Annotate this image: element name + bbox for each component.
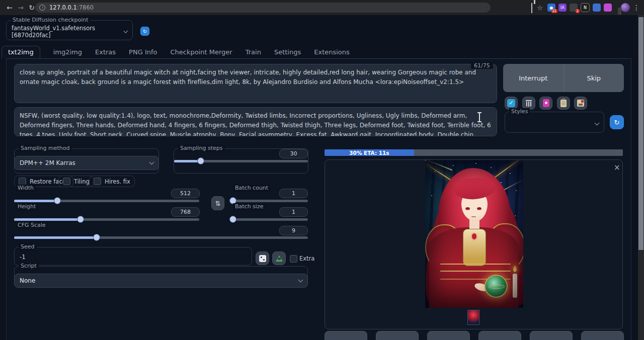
generated-image[interactable] [425, 160, 523, 308]
hires-fix-checkbox[interactable]: Hires. fix [89, 176, 135, 187]
styles-dropdown[interactable] [505, 115, 604, 132]
extension-ia-icon[interactable]: IA [558, 4, 567, 12]
clipboard-icon [560, 100, 567, 107]
height-input[interactable]: 768 [171, 207, 200, 217]
tab-txt2img[interactable]: txt2img [2, 46, 40, 58]
recycle-icon [276, 256, 283, 262]
gallery-action-button-4[interactable] [478, 331, 521, 340]
gallery-thumbnail[interactable] [467, 310, 479, 325]
extension-pin-icon[interactable]: ●21 [547, 4, 555, 12]
address-bar[interactable]: i 127.0.0.1 :7860 [35, 3, 491, 13]
batch-count-slider[interactable] [231, 200, 308, 202]
checkpoint-dropdown[interactable]: fantasyWorld_v1.safetensors [6870d20fac] [7, 24, 132, 40]
checkpoint-value: fantasyWorld_v1.safetensors [6870d20fac] [12, 25, 124, 39]
chevron-down-icon [595, 121, 600, 126]
progress-fill: 30% ETA: 11s [325, 149, 414, 156]
tab-extras[interactable]: Extras [95, 48, 116, 56]
script-dropdown[interactable]: None [14, 274, 308, 288]
extension-notion-icon[interactable]: N [581, 3, 590, 12]
styles-refresh-button[interactable]: ↻ [610, 115, 624, 129]
save-style-button[interactable] [574, 97, 587, 110]
gallery-action-button-5[interactable] [530, 331, 573, 340]
extra-seed-checkbox[interactable] [290, 255, 297, 263]
interrupt-button[interactable]: Interrupt [503, 64, 564, 92]
site-info-icon[interactable]: i [39, 5, 45, 11]
styles-group: Styles [505, 112, 604, 133]
script-label: Script [19, 263, 39, 270]
text-cursor [479, 113, 480, 122]
extra-seed-label: Extra [299, 255, 314, 262]
checkpoint-group: Stable Diffusion checkpoint fantasyWorld… [6, 20, 133, 40]
styles-label: Styles [509, 108, 530, 115]
slider-thumb[interactable] [229, 216, 236, 223]
checkbox-icon [94, 178, 101, 185]
seed-input[interactable]: -1 [15, 249, 252, 265]
extension-dark-icon[interactable]: 1 [570, 4, 578, 12]
checkpoint-refresh-button[interactable]: ↻ [140, 27, 149, 36]
tab-checkpoint-merger[interactable]: Checkpoint Merger [170, 48, 232, 56]
sampling-method-value: DPM++ 2M Karras [20, 159, 75, 166]
gallery-action-button-1[interactable] [325, 331, 367, 340]
height-label: Height [16, 203, 38, 210]
extension-blue-icon[interactable] [593, 4, 601, 12]
tiling-label: Tiling [74, 178, 90, 185]
page-scrollbar[interactable] [638, 15, 644, 340]
vignette [425, 160, 523, 308]
url-host: 127.0.0.1 [49, 4, 77, 11]
cfg-input[interactable]: 9 [279, 226, 308, 235]
random-seed-button[interactable] [256, 251, 269, 265]
sampling-steps-input[interactable]: 30 [279, 149, 308, 158]
width-input[interactable]: 512 [171, 189, 200, 198]
scrollbar-thumb[interactable] [638, 17, 643, 250]
batch-size-slider[interactable] [231, 218, 308, 221]
tab-img2img[interactable]: img2img [53, 48, 82, 56]
extension-pink-icon[interactable] [604, 4, 612, 12]
cfg-group: CFG Scale [14, 225, 308, 242]
tab-extensions[interactable]: Extensions [314, 48, 350, 56]
browser-forward-icon[interactable]: → [15, 4, 26, 12]
batch-count-label: Batch count [233, 185, 270, 192]
chevron-down-icon [298, 278, 303, 283]
share-icon[interactable] [531, 3, 532, 13]
swap-dimensions-button[interactable]: ⇅ [211, 196, 224, 210]
url-port: :7860 [77, 4, 94, 11]
sampling-steps-slider[interactable] [174, 160, 308, 162]
app-window: ← → ↻ i 127.0.0.1 :7860 ☆ ●21 IA 1 N ⋮ S… [0, 0, 644, 340]
prompt-input[interactable]: close up angle, portrait of a beautiful … [14, 64, 497, 103]
browser-back-icon[interactable]: ← [4, 4, 15, 12]
skip-button[interactable]: Skip [564, 64, 624, 92]
progress-text: 30% ETA: 11s [349, 150, 389, 156]
extra-networks-button[interactable] [539, 97, 552, 110]
generate-controls: Interrupt Skip [503, 64, 624, 92]
sampling-method-label: Sampling method [19, 145, 71, 152]
height-slider[interactable] [14, 218, 199, 221]
gallery-action-button-2[interactable] [376, 331, 419, 340]
tab-settings[interactable]: Settings [274, 48, 301, 56]
profile-avatar[interactable] [621, 3, 630, 12]
token-counter: 61/75 [471, 62, 493, 69]
browser-menu-icon[interactable]: ⋮ [633, 4, 640, 12]
tab-train[interactable]: Train [246, 48, 261, 56]
checkpoint-label: Stable Diffusion checkpoint [11, 17, 91, 24]
width-slider[interactable] [14, 200, 199, 202]
slider-thumb[interactable] [93, 234, 100, 241]
progress-bar: 30% ETA: 11s [325, 149, 623, 156]
hires-fix-label: Hires. fix [105, 178, 130, 185]
tab-png-info[interactable]: PNG Info [129, 48, 157, 56]
bookmark-star-icon[interactable]: ☆ [535, 4, 544, 12]
batch-count-input[interactable]: 1 [279, 189, 308, 198]
negative-prompt-input[interactable]: NSFW, (worst quality, low quality:1.4), … [14, 107, 497, 136]
sampling-method-dropdown[interactable]: DPM++ 2M Karras [14, 156, 159, 170]
width-label: Width [16, 185, 36, 192]
gallery-action-button-3[interactable] [427, 331, 470, 340]
batch-size-label: Batch size [233, 203, 265, 210]
batch-size-input[interactable]: 1 [279, 207, 308, 217]
reuse-seed-button[interactable] [272, 251, 286, 265]
apply-styles-button[interactable] [557, 97, 570, 110]
checkbox-icon [19, 178, 26, 185]
close-preview-icon[interactable]: × [614, 163, 620, 172]
trash-icon [526, 100, 532, 107]
cfg-slider[interactable] [14, 236, 308, 239]
gallery-action-button-6[interactable] [581, 331, 624, 340]
chevron-down-icon [149, 160, 154, 165]
